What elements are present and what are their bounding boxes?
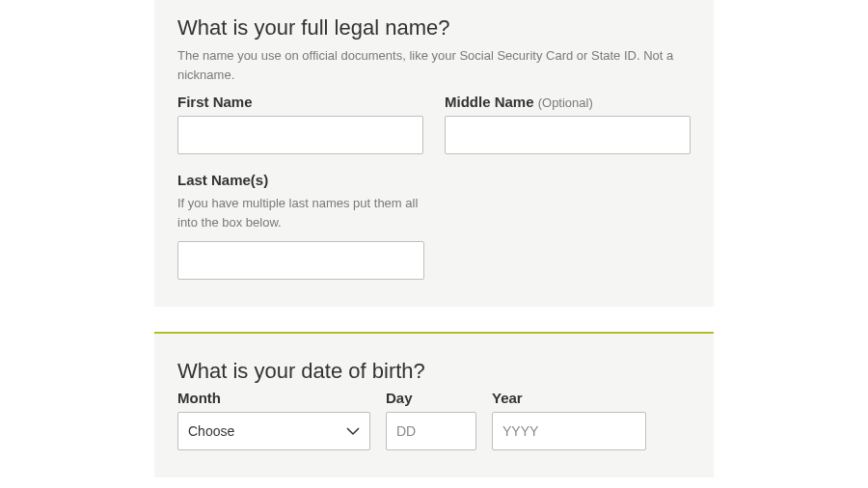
legal-name-hint: The name you use on official documents, … xyxy=(177,46,679,84)
day-field: Day xyxy=(386,390,476,450)
legal-name-title: What is your full legal name? xyxy=(177,15,691,41)
name-row-1: First Name Middle Name (Optional) xyxy=(177,94,691,154)
month-select-value[interactable] xyxy=(177,412,370,450)
middle-name-label: Middle Name (Optional) xyxy=(445,94,691,110)
month-field: Month xyxy=(177,390,370,450)
dob-row: Month Day Year xyxy=(177,390,691,450)
middle-name-field: Middle Name (Optional) xyxy=(445,94,691,154)
first-name-field: First Name xyxy=(177,94,423,154)
year-input[interactable] xyxy=(492,412,646,450)
middle-name-label-text: Middle Name xyxy=(445,94,534,110)
last-name-label: Last Name(s) xyxy=(177,172,424,188)
middle-name-input[interactable] xyxy=(445,116,691,154)
year-label: Year xyxy=(492,390,646,406)
month-select[interactable] xyxy=(177,412,370,450)
year-field: Year xyxy=(492,390,646,450)
month-label: Month xyxy=(177,390,370,406)
dob-section: What is your date of birth? Month Day Ye… xyxy=(154,334,714,477)
last-name-hint: If you have multiple last names put them… xyxy=(177,194,419,231)
day-label: Day xyxy=(386,390,476,406)
last-name-field: Last Name(s) If you have multiple last n… xyxy=(177,172,424,280)
day-input[interactable] xyxy=(386,412,476,450)
first-name-input[interactable] xyxy=(177,116,423,154)
dob-title: What is your date of birth? xyxy=(177,359,691,384)
first-name-label: First Name xyxy=(177,94,423,110)
middle-name-optional: (Optional) xyxy=(538,95,593,110)
legal-name-section: What is your full legal name? The name y… xyxy=(154,0,714,307)
last-name-input[interactable] xyxy=(177,241,424,280)
